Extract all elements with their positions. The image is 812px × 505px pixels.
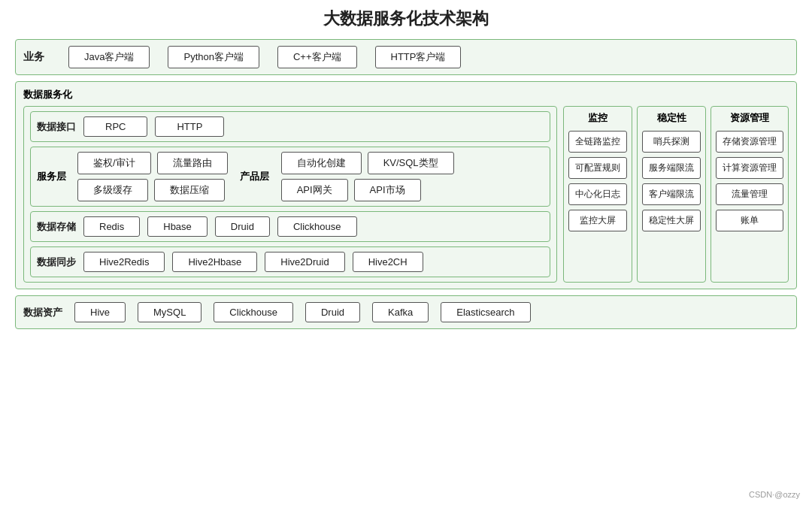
monitoring-title: 监控 — [588, 111, 607, 125]
resource-bill: 账单 — [716, 210, 783, 231]
monitoring-configrule: 可配置规则 — [568, 157, 627, 179]
data-sync-block: 数据同步 Hive2Redis Hive2Hbase Hive2Druid Hi… — [30, 246, 550, 277]
sync-hive2ch: Hive2CH — [353, 252, 423, 272]
product-layer-label: 产品层 — [232, 152, 277, 201]
service-traffic: 流量路由 — [157, 152, 228, 174]
client-python: Python客户端 — [168, 46, 259, 68]
client-http: HTTP客户端 — [375, 46, 462, 68]
storage-tags: Redis Hbase Druid Clickhouse — [83, 216, 357, 237]
product-kvsql: KV/SQL类型 — [368, 152, 454, 174]
stability-client-limit: 客户端限流 — [642, 183, 701, 205]
product-layer-inner: 自动化创建 KV/SQL类型 API网关 API市场 — [281, 152, 454, 201]
business-label: 业务 — [23, 50, 50, 64]
resource-title: 资源管理 — [730, 111, 769, 125]
service-cache: 多级缓存 — [77, 179, 148, 201]
right-panels: 监控 全链路监控 可配置规则 中心化日志 监控大屏 稳定性 哨兵探测 服务端限流… — [563, 106, 789, 283]
product-api-market: API市场 — [354, 179, 421, 201]
asset-hive: Hive — [74, 302, 126, 322]
asset-kafka: Kafka — [372, 302, 429, 322]
data-service-title: 数据服务化 — [23, 88, 789, 101]
sync-tags: Hive2Redis Hive2Hbase Hive2Druid Hive2CH — [83, 252, 423, 272]
product-api-gateway: API网关 — [281, 179, 348, 201]
service-row1: 鉴权/审计 流量路由 — [77, 152, 228, 174]
stability-server-limit: 服务端限流 — [642, 157, 701, 179]
monitoring-bigscreen: 监控大屏 — [568, 210, 627, 231]
asset-label: 数据资产 — [23, 306, 62, 319]
data-service-inner: 数据接口 RPC HTTP 服务层 鉴权/审计 流量路由 多级缓存 数据压缩 — [23, 106, 789, 283]
data-sync-label: 数据同步 — [37, 256, 76, 269]
storage-redis: Redis — [83, 216, 140, 237]
stability-bigscreen: 稳定性大屏 — [642, 210, 701, 231]
resource-compute: 计算资源管理 — [716, 157, 783, 179]
asset-mysql: MySQL — [138, 302, 201, 322]
data-asset-section: 数据资产 Hive MySQL Clickhouse Druid Kafka E… — [15, 295, 797, 329]
asset-elasticsearch: Elasticsearch — [441, 302, 530, 322]
data-storage-label: 数据存储 — [37, 220, 76, 234]
interface-http: HTTP — [155, 116, 224, 137]
stability-title: 稳定性 — [657, 111, 686, 125]
data-interface-tags: RPC HTTP — [83, 116, 224, 137]
stability-panel: 稳定性 哨兵探测 服务端限流 客户端限流 稳定性大屏 — [637, 106, 706, 283]
storage-clickhouse: Clickhouse — [277, 216, 357, 237]
data-interface-block: 数据接口 RPC HTTP — [30, 111, 550, 142]
product-row2: API网关 API市场 — [281, 179, 454, 201]
storage-hbase: Hbase — [147, 216, 208, 237]
service-layer-inner: 鉴权/审计 流量路由 多级缓存 数据压缩 — [77, 152, 228, 201]
sync-hive2druid: Hive2Druid — [265, 252, 344, 272]
resource-storage: 存储资源管理 — [716, 131, 783, 153]
resource-traffic: 流量管理 — [716, 183, 783, 205]
asset-druid: Druid — [305, 302, 360, 322]
resource-panel: 资源管理 存储资源管理 计算资源管理 流量管理 账单 — [710, 106, 789, 283]
data-storage-block: 数据存储 Redis Hbase Druid Clickhouse — [30, 211, 550, 242]
service-auth: 鉴权/审计 — [77, 152, 151, 174]
client-cpp: C++客户端 — [277, 46, 357, 68]
business-section: 业务 Java客户端 Python客户端 C++客户端 HTTP客户端 — [15, 39, 797, 75]
business-row: 业务 Java客户端 Python客户端 C++客户端 HTTP客户端 — [23, 46, 789, 68]
watermark: CSDN·@ozzy — [749, 490, 800, 499]
stability-sentinel: 哨兵探测 — [642, 131, 701, 153]
left-main: 数据接口 RPC HTTP 服务层 鉴权/审计 流量路由 多级缓存 数据压缩 — [23, 106, 557, 283]
monitoring-fullchain: 全链路监控 — [568, 131, 627, 153]
sync-hive2hbase: Hive2Hbase — [172, 252, 257, 272]
data-service-section: 数据服务化 数据接口 RPC HTTP 服务层 鉴权/审计 流量路由 — [15, 81, 797, 289]
data-interface-label: 数据接口 — [37, 120, 76, 134]
client-java: Java客户端 — [68, 46, 150, 68]
interface-rpc: RPC — [83, 116, 147, 137]
monitoring-panel: 监控 全链路监控 可配置规则 中心化日志 监控大屏 — [563, 106, 632, 283]
service-product-block: 服务层 鉴权/审计 流量路由 多级缓存 数据压缩 产品层 自动化创建 KV/ — [30, 147, 550, 207]
service-row2: 多级缓存 数据压缩 — [77, 179, 228, 201]
asset-clickhouse: Clickhouse — [214, 302, 293, 322]
storage-druid: Druid — [215, 216, 270, 237]
product-row1: 自动化创建 KV/SQL类型 — [281, 152, 454, 174]
page-title: 大数据服务化技术架构 — [323, 8, 489, 30]
service-compress: 数据压缩 — [154, 179, 225, 201]
monitoring-centerlog: 中心化日志 — [568, 183, 627, 205]
sync-hive2redis: Hive2Redis — [83, 252, 165, 272]
asset-row: 数据资产 Hive MySQL Clickhouse Druid Kafka E… — [23, 302, 789, 322]
product-auto-create: 自动化创建 — [281, 152, 362, 174]
service-layer-label: 服务层 — [37, 152, 73, 201]
